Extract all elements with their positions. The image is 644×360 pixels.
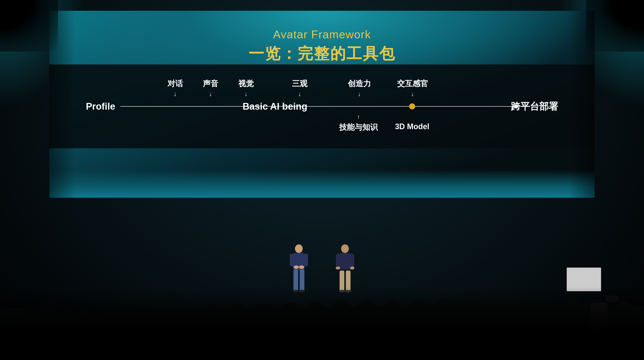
svg-point-0 <box>295 244 303 253</box>
screen-bottom-teal <box>49 170 595 198</box>
title-english: Avatar Framework <box>248 28 396 41</box>
label-shengyin: 声音 ↓ <box>203 78 218 97</box>
label-jiaohu: 交互感官 ↓ <box>397 78 428 97</box>
label-cross-platform: 跨平台部署 <box>511 100 558 113</box>
presenter-left-figure <box>289 244 309 293</box>
svg-point-16 <box>350 267 354 270</box>
presenter-right <box>335 244 355 293</box>
svg-rect-3 <box>304 254 308 267</box>
diagram-inner: Profile Basic AI being 跨平台部署 对话 ↓ 声音 ↓ 视… <box>86 76 558 136</box>
svg-rect-13 <box>336 254 340 268</box>
svg-point-4 <box>294 265 299 269</box>
label-shijue: 视觉 ↓ <box>238 78 254 97</box>
svg-rect-14 <box>350 254 354 268</box>
svg-point-5 <box>299 265 304 269</box>
svg-rect-2 <box>290 254 294 267</box>
diagram-band: Profile Basic AI being 跨平台部署 对话 ↓ 声音 ↓ 视… <box>49 65 595 148</box>
svg-point-10 <box>341 244 349 253</box>
slide-title: Avatar Framework 一览：完整的工具包 <box>248 28 396 64</box>
presentation-screen: Avatar Framework 一览：完整的工具包 Profile Basic… <box>49 11 595 198</box>
label-3d-model: ↑ 3D Model <box>395 114 429 133</box>
presenter-right-figure <box>335 244 355 293</box>
label-duihua: 对话 ↓ <box>168 78 183 97</box>
bottom-overlay <box>0 287 644 360</box>
svg-point-15 <box>336 267 340 270</box>
diagram-line <box>120 106 515 107</box>
stage-presenters <box>289 244 355 293</box>
label-basic-ai-being: Basic AI being <box>242 101 308 112</box>
diagram-dot <box>409 103 415 109</box>
label-sanguan: 三观 ↓ <box>292 78 308 97</box>
corner-overlay-top-left <box>0 0 58 52</box>
label-chuangli: 创造力 ↓ <box>348 78 371 97</box>
svg-rect-11 <box>339 253 351 270</box>
title-chinese: 一览：完整的工具包 <box>248 43 396 64</box>
label-jineng: ↑ 技能与知识 <box>339 114 378 135</box>
corner-overlay-top-right <box>586 0 644 52</box>
label-profile: Profile <box>86 101 115 112</box>
presenter-left <box>289 244 309 293</box>
